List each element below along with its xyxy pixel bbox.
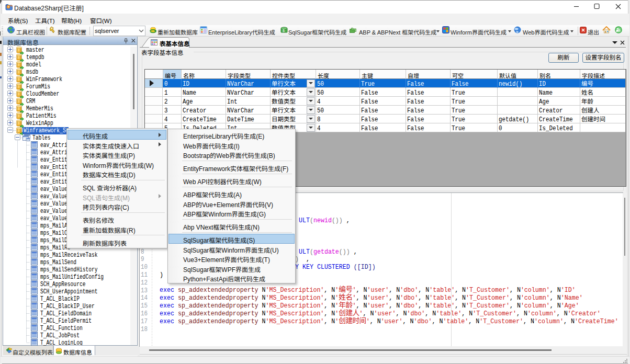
svg-text:$: $	[283, 29, 285, 32]
